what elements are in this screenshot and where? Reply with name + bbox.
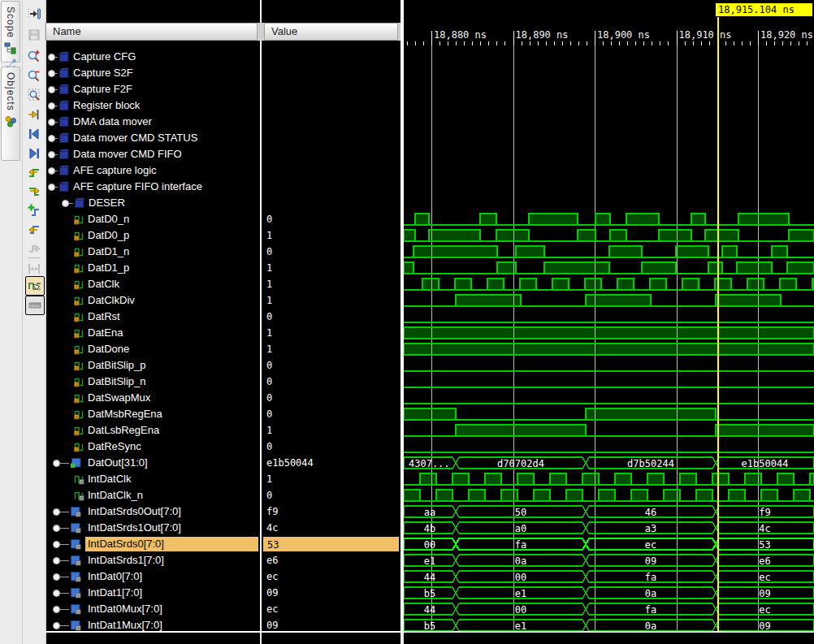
name-column-header[interactable]: Name <box>45 23 258 41</box>
remove-signal-button[interactable] <box>25 221 43 239</box>
save-waveform-button[interactable] <box>25 26 43 44</box>
collapse-panel-button[interactable] <box>25 5 43 23</box>
tree-expander-icon[interactable] <box>53 525 60 532</box>
tree-branch-line <box>55 73 58 74</box>
tab-scope[interactable]: Scope <box>1 1 20 63</box>
tree-branch-line <box>60 609 69 610</box>
zoom-fit-button[interactable] <box>25 86 43 104</box>
snap-to-transition-button[interactable] <box>25 276 45 296</box>
previous-transition-button[interactable] <box>25 125 43 143</box>
tree-expander-icon[interactable] <box>48 70 55 77</box>
tree-expander-icon[interactable] <box>48 135 55 142</box>
signal-name-label: IntDatSrds1Out[7:0] <box>88 520 181 536</box>
tree-row[interactable]: DatBitSlip_p <box>46 357 260 374</box>
tree-row[interactable]: IntDat0Mux[7:0] <box>46 601 260 617</box>
waveform-toolbar <box>22 0 45 644</box>
tree-row[interactable]: Register block <box>46 97 260 114</box>
signal-name-label: DatBitSlip_p <box>88 357 146 374</box>
tab-objects[interactable]: Objects <box>1 67 20 161</box>
tree-row[interactable]: DatOut[31:0] <box>46 455 260 471</box>
next-marker-button[interactable] <box>25 240 43 257</box>
waveform-panel[interactable]: 18,880 ns18,890 ns18,900 ns18,910 ns18,9… <box>404 0 814 644</box>
value-column-header[interactable]: Value <box>264 23 398 41</box>
tree-expander-icon[interactable] <box>53 508 60 516</box>
tree-row[interactable]: Capture S2F <box>46 65 260 81</box>
signal-value: 0 <box>262 390 401 406</box>
svg-text:18,890 ns: 18,890 ns <box>516 29 569 41</box>
ruler-mode-button[interactable] <box>25 296 45 315</box>
tree-row[interactable]: DMA data mover <box>46 114 260 130</box>
tree-row[interactable]: DatLsbRegEna <box>46 422 260 439</box>
tree-row[interactable]: DatDone <box>46 341 260 357</box>
snap-cursor-icon <box>28 279 42 293</box>
tree-expander-icon[interactable] <box>53 541 60 548</box>
tree-expander-icon[interactable] <box>62 200 69 207</box>
tree-expander-icon[interactable] <box>48 167 55 175</box>
tree-expander-icon[interactable] <box>48 184 55 191</box>
instance-icon <box>58 165 70 176</box>
svg-text:d7b50244: d7b50244 <box>627 458 674 469</box>
waveform-canvas[interactable]: 18,880 ns18,890 ns18,900 ns18,910 ns18,9… <box>404 0 814 644</box>
tab-objects-label: Objects <box>5 72 16 111</box>
tree-row[interactable]: DatClk <box>46 276 260 292</box>
add-signal-button[interactable] <box>25 201 43 219</box>
tree-row[interactable]: Data mover CMD FIFO <box>46 146 260 162</box>
previous-event-button[interactable] <box>25 163 43 181</box>
zoom-out-button[interactable] <box>25 67 43 84</box>
value-wave-splitter[interactable] <box>401 0 404 633</box>
tree-row[interactable]: IntDat1[7:0] <box>46 585 260 601</box>
tree-expander-icon[interactable] <box>48 119 55 126</box>
signal-name-label: DatBitSlip_n <box>88 374 146 390</box>
tree-row[interactable]: IntDatClk_n <box>46 487 260 504</box>
tree-row[interactable]: DatEna <box>46 325 260 341</box>
tree-row[interactable]: DatRst <box>46 309 260 325</box>
tree-row[interactable]: DESER <box>46 195 260 211</box>
scalar-signal-icon <box>73 246 84 257</box>
tree-row[interactable]: AFE capture FIFO interface <box>46 179 260 195</box>
tree-row[interactable]: Data mover CMD STATUS <box>46 130 260 146</box>
tree-expander-icon[interactable] <box>53 557 60 564</box>
zoom-in-button[interactable] <box>25 47 43 65</box>
tree-row[interactable]: DatD1_n <box>46 244 260 260</box>
tree-row[interactable]: DatD1_p <box>46 260 260 276</box>
tree-row[interactable]: IntDatSrds0[7:0] <box>46 536 260 552</box>
tree-row[interactable]: DatReSync <box>46 439 260 455</box>
instance-icon <box>74 197 85 209</box>
signal-value-panel: 010111011000010e1b5004410f94c53e6ec09ec0… <box>262 0 401 644</box>
tree-expander-icon[interactable] <box>48 86 55 93</box>
tree-row[interactable]: Capture F2F <box>46 81 260 97</box>
tree-row[interactable]: IntDatClk <box>46 471 260 487</box>
tree-expander-icon[interactable] <box>48 102 55 110</box>
tree-expander-icon[interactable] <box>53 573 60 581</box>
tree-row[interactable]: DatD0_p <box>46 227 260 244</box>
tree-row[interactable]: IntDatSrds1Out[7:0] <box>46 520 260 536</box>
next-transition-button[interactable] <box>25 145 43 162</box>
tree-row[interactable]: DatD0_n <box>46 211 260 227</box>
bus-signal-icon <box>70 587 81 599</box>
next-event-button[interactable] <box>25 182 43 200</box>
next-marker-icon <box>27 241 41 256</box>
tree-row[interactable]: Capture CFG <box>46 49 260 65</box>
tree-row[interactable]: AFE capture logic <box>46 162 260 179</box>
tree-branch-line <box>60 463 69 464</box>
tree-row[interactable]: DatClkDiv <box>46 292 260 309</box>
signal-name-label: Capture CFG <box>73 49 136 65</box>
name-value-splitter[interactable] <box>260 0 262 633</box>
tree-expander-icon[interactable] <box>53 460 60 467</box>
tree-expander-icon[interactable] <box>48 54 55 61</box>
tree-row[interactable]: IntDatSrds0Out[7:0] <box>46 504 260 520</box>
tree-expander-icon[interactable] <box>48 151 55 158</box>
go-to-time-button[interactable] <box>25 106 43 123</box>
fit-width-button[interactable] <box>25 260 43 278</box>
tree-row[interactable]: IntDatSrds1[7:0] <box>46 552 260 568</box>
scalar-signal-icon <box>73 311 84 322</box>
tree-row[interactable]: DatSwapMux <box>46 390 260 406</box>
tree-row[interactable]: DatBitSlip_n <box>46 374 260 390</box>
signal-name-label: IntDatSrds0Out[7:0] <box>88 504 181 520</box>
tree-branch-line <box>55 89 58 90</box>
tree-expander-icon[interactable] <box>53 590 60 597</box>
tree-row[interactable]: IntDat0[7:0] <box>46 568 260 585</box>
tree-expander-icon[interactable] <box>53 606 60 613</box>
tree-row[interactable]: DatMsbRegEna <box>46 406 260 422</box>
tree-expander-icon[interactable] <box>53 622 60 629</box>
